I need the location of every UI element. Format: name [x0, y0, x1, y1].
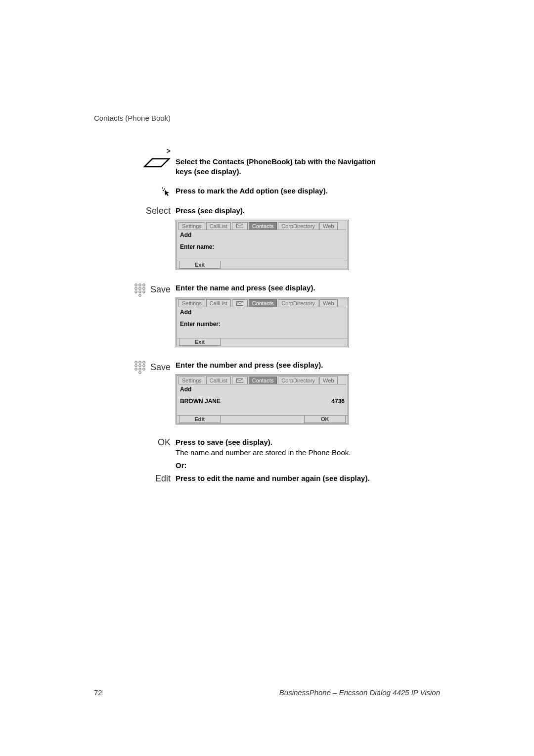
- svg-point-7: [143, 284, 145, 286]
- softkey-exit: Exit: [179, 338, 221, 346]
- tab-mail-icon: [232, 299, 248, 307]
- page-footer: 72 BusinessPhone – Ericsson Dialog 4425 …: [94, 688, 440, 697]
- entry-name: BROWN JANE: [180, 398, 221, 405]
- step-edit: Edit Press to edit the name and number a…: [131, 473, 388, 484]
- svg-point-25: [139, 372, 141, 374]
- svg-point-1: [164, 188, 165, 189]
- instruction-text: Press to edit the name and number again …: [176, 473, 388, 483]
- step-ok: OK Press to save (see display). The name…: [131, 437, 388, 458]
- nav-arrow-icon: >: [167, 147, 171, 155]
- save-softkey-label: Save: [150, 284, 171, 295]
- softkey-edit: Edit: [179, 416, 221, 423]
- softkey-ok: OK: [304, 416, 346, 423]
- tab-settings: Settings: [178, 377, 205, 384]
- phone-display-2: Settings CallList Contacts CorpDirectory…: [176, 297, 349, 347]
- tab-settings: Settings: [178, 222, 205, 230]
- tab-calllist: CallList: [206, 299, 231, 307]
- softkey-empty: [305, 261, 346, 269]
- navigation-key-icon: [143, 157, 171, 170]
- svg-point-21: [143, 365, 145, 367]
- phone-display-3: Settings CallList Contacts CorpDirectory…: [176, 374, 349, 425]
- page: Contacts (Phone Book) > Select the Conta…: [0, 0, 534, 756]
- svg-point-13: [143, 290, 145, 293]
- svg-point-24: [143, 368, 145, 371]
- svg-point-19: [135, 365, 137, 367]
- select-softkey-label: Select: [146, 206, 171, 216]
- instruction-text: Enter the number and press (see display)…: [176, 360, 388, 370]
- step-or: Or:: [131, 461, 388, 471]
- softkey-empty: [305, 338, 346, 346]
- tab-mail-icon: [232, 377, 248, 384]
- tab-corpdirectory: CorpDirectory: [278, 222, 318, 230]
- step-save-name: Save Enter the name and press (see displ…: [131, 283, 388, 358]
- tab-web: Web: [319, 222, 337, 230]
- svg-point-0: [162, 187, 163, 188]
- svg-point-14: [139, 294, 141, 296]
- tab-contacts: Contacts: [249, 299, 277, 307]
- instruction-text: Select the Contacts (PhoneBook) tab with…: [176, 157, 388, 177]
- svg-point-22: [135, 368, 137, 371]
- svg-point-9: [139, 287, 141, 289]
- instruction-text: Enter the name and press (see display).: [176, 283, 388, 293]
- save-softkey-label: Save: [150, 362, 171, 373]
- tab-settings: Settings: [178, 299, 205, 307]
- softkey-empty: [222, 261, 262, 269]
- entry-number: 4736: [331, 398, 345, 405]
- tab-web: Web: [319, 299, 337, 307]
- tab-contacts: Contacts: [249, 377, 277, 384]
- instruction-text: The name and number are stored in the Ph…: [176, 448, 388, 458]
- keypad-icon: [134, 360, 147, 374]
- or-label: Or:: [176, 461, 388, 471]
- svg-point-2: [163, 189, 164, 190]
- softkey-exit: Exit: [179, 261, 221, 269]
- section-header: Contacts (Phone Book): [94, 114, 440, 122]
- ok-softkey-label: OK: [158, 437, 171, 448]
- phone-display-1: Settings CallList Contacts CorpDirectory…: [176, 220, 349, 270]
- svg-point-23: [139, 368, 141, 371]
- softkey-empty: [222, 338, 262, 346]
- display-title: Add: [180, 309, 345, 316]
- tab-web: Web: [319, 377, 337, 384]
- instruction-text: Press (see display).: [176, 206, 388, 216]
- step-nav-key: > Select the Contacts (PhoneBook) tab wi…: [131, 157, 388, 177]
- keypad-icon: [134, 283, 147, 297]
- softkey-empty: [263, 416, 304, 423]
- svg-point-16: [135, 361, 137, 364]
- svg-point-20: [139, 365, 141, 367]
- display-prompt: Enter name:: [180, 243, 345, 250]
- svg-point-12: [139, 290, 141, 293]
- product-name: BusinessPhone – Ericsson Dialog 4425 IP …: [279, 688, 440, 697]
- svg-point-6: [139, 284, 141, 286]
- display-title: Add: [180, 386, 345, 393]
- instruction-text: Press to save (see display).: [176, 437, 388, 447]
- softkey-empty: [264, 261, 304, 269]
- svg-point-11: [135, 290, 137, 293]
- tab-contacts: Contacts: [249, 222, 277, 230]
- softkey-empty: [264, 338, 304, 346]
- instruction-text: Press to mark the Add option (see displa…: [176, 186, 388, 196]
- content-block: > Select the Contacts (PhoneBook) tab wi…: [131, 157, 388, 484]
- display-prompt: Enter number:: [180, 321, 345, 328]
- step-mark-add: Press to mark the Add option (see displa…: [131, 186, 388, 197]
- svg-point-5: [135, 284, 137, 286]
- cursor-add-icon: [160, 186, 171, 197]
- display-title: Add: [180, 232, 345, 238]
- svg-point-18: [143, 361, 145, 364]
- step-save-number: Save Enter the number and press (see dis…: [131, 360, 388, 435]
- tab-calllist: CallList: [206, 222, 231, 230]
- tab-corpdirectory: CorpDirectory: [278, 299, 318, 307]
- edit-softkey-label: Edit: [155, 473, 171, 484]
- softkey-empty: [222, 416, 262, 423]
- svg-point-17: [139, 361, 141, 364]
- svg-point-8: [135, 287, 137, 289]
- svg-point-10: [143, 287, 145, 289]
- step-select: Select Press (see display). Settings Cal…: [131, 206, 388, 281]
- page-number: 72: [94, 688, 102, 697]
- tab-calllist: CallList: [206, 377, 231, 384]
- tab-corpdirectory: CorpDirectory: [278, 377, 318, 384]
- tab-mail-icon: [232, 222, 248, 230]
